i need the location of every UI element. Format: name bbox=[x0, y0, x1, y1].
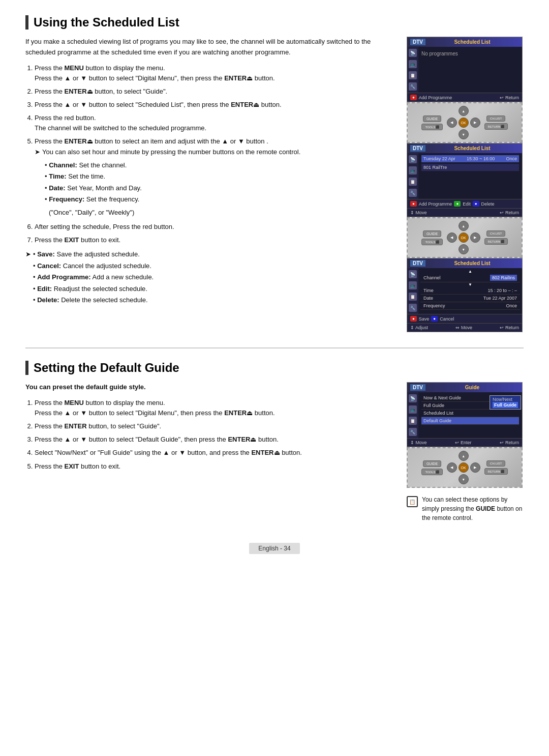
delete-label-2: Delete bbox=[481, 201, 495, 207]
remote-group-center-2: ▲ ◀ OK ▶ ▼ bbox=[447, 221, 480, 254]
step-4: Press the red button. The channel will b… bbox=[35, 113, 394, 133]
r-btn-left-s2: ◀ bbox=[447, 462, 457, 473]
section2-text-col: You can preset the default guide style. … bbox=[25, 382, 394, 522]
return-label-2: ↩ Return bbox=[500, 210, 519, 215]
dtv-label-3: DTV bbox=[410, 260, 425, 267]
prog-date: Tuesday 22 Apr bbox=[423, 156, 455, 161]
return-label-3: ↩ Return bbox=[500, 325, 519, 330]
dtv-footer-3b: ⇕ Adjust ⇔ Move ↩ Return bbox=[407, 323, 522, 332]
addprog-item: Add Programme: Add a new schedule. bbox=[33, 272, 154, 282]
r-btn-down: ▼ bbox=[459, 129, 469, 139]
s2-step-1: Press the MENU button to display the men… bbox=[35, 398, 394, 418]
save-item: Save: Save the adjusted schedule. bbox=[33, 249, 154, 259]
r-btn-enter-s2: OK bbox=[459, 462, 469, 473]
r-btn-tools-s2: TOOLS⬛ bbox=[421, 469, 442, 475]
dtv-sidebar-3: 📡 📺 📋 🔧 bbox=[407, 268, 418, 314]
r-btn-lr-row-s2: ◀ OK ▶ bbox=[447, 462, 480, 473]
guide-popup: Now/Next Full Guide bbox=[490, 395, 521, 410]
s2-step-5: Press the EXIT button to exit. bbox=[35, 461, 394, 472]
dtv-header-guide: DTV Guide bbox=[407, 383, 522, 392]
dtv-footer-2b: ⇕ Move ↩ Return bbox=[407, 208, 522, 217]
save-label-3: Save bbox=[419, 316, 430, 322]
dtv-header-3: DTV Scheduled List bbox=[407, 258, 522, 268]
page-footer-inner: English - 34 bbox=[249, 543, 299, 554]
down-arrow-3: ▼ bbox=[420, 282, 520, 287]
dtv-content-1: No programmes bbox=[418, 47, 522, 93]
remote-group-center: ▲ ◀ OK ▶ ▼ bbox=[447, 106, 480, 139]
dtv-icon-2b: 📺 bbox=[409, 166, 417, 175]
dtv-sidebar-guide: 📡 📺 📋 🔧 bbox=[407, 392, 418, 438]
move-label-2: ⇕ Move bbox=[410, 210, 427, 215]
dtv-icon-gd: 🔧 bbox=[409, 428, 417, 436]
bullet-date: Date: Set Year, Month and Day. bbox=[45, 183, 394, 193]
dtv-content-3: ▲ Channel 802 RailIns ▼ Time 15 : 20 to … bbox=[418, 268, 522, 314]
green-btn-2: ● bbox=[454, 201, 461, 207]
cancel-blue-btn-3: ● bbox=[431, 316, 438, 322]
blue-btn-2: ● bbox=[473, 201, 479, 207]
r-btn-guide-2: GUIDE bbox=[423, 230, 441, 237]
r-btn-chlist-2: CH.LIST bbox=[486, 230, 505, 237]
prog-time: 15:30 ~ 16:00 bbox=[467, 156, 495, 161]
r-btn-tools-2: TOOLS⬛ bbox=[421, 239, 442, 245]
step-7: Press the EXIT button to exit. bbox=[35, 235, 394, 245]
channel-row: 801 RailTre bbox=[421, 164, 519, 171]
dtv-icon-3c: 📋 bbox=[409, 293, 417, 301]
dtv-content-2: Tuesday 22 Apr 15:30 ~ 16:00 Once 801 Ra… bbox=[418, 153, 522, 199]
footer-add-prog-2: ● Add Programme ● Edit ● Delete bbox=[410, 201, 495, 207]
section2-title: Setting the Default Guide bbox=[25, 361, 524, 375]
s2-step-2: Press the ENTER button, to select "Guide… bbox=[35, 421, 394, 431]
remote-group-right-s2: CH.LIST RETURN⬛ bbox=[484, 460, 508, 475]
r-btn-up-s2: ▲ bbox=[459, 451, 469, 461]
step-5: Press the ENTER⏏ button to select an ite… bbox=[35, 136, 394, 217]
section1-steps-list-2: After setting the schedule, Press the re… bbox=[35, 222, 394, 245]
adjust-label-3: ⇕ Adjust bbox=[410, 325, 428, 330]
section1-intro: If you make a scheduled viewing list of … bbox=[25, 37, 394, 58]
remote-mockup-s2: GUIDE TOOLS⬛ ▲ ◀ OK ▶ ▼ CH.LIST RETURN⬛ bbox=[407, 447, 523, 488]
r-btn-enter-2: OK bbox=[459, 232, 469, 243]
r-btn-left: ◀ bbox=[447, 118, 457, 128]
arrow-note: You can also set hour and minute by pres… bbox=[35, 147, 394, 157]
save-note-arrow: Save: Save the adjusted schedule. Cancel… bbox=[25, 249, 394, 307]
dtv-icon-3d: 🔧 bbox=[409, 304, 417, 312]
r-btn-right-s2: ▶ bbox=[470, 462, 480, 473]
r-btn-guide: GUIDE bbox=[423, 115, 441, 122]
section1-text-col: If you make a scheduled viewing list of … bbox=[25, 37, 394, 332]
move-label-guide: ⇕ Move bbox=[410, 440, 427, 445]
r-btn-left-2: ◀ bbox=[447, 232, 457, 243]
section2-steps-list: Press the MENU button to display the men… bbox=[35, 398, 394, 472]
section1-steps-list: Press the MENU button to display the men… bbox=[35, 63, 394, 218]
dtv-icon-3a: 📡 bbox=[409, 270, 417, 278]
edit-label-2: Edit bbox=[463, 201, 471, 207]
return-label-guide: ↩ Return bbox=[500, 440, 519, 445]
dtv-icon-1c: 📋 bbox=[409, 71, 417, 79]
guide-row-3: Default Guide bbox=[421, 417, 519, 425]
r-btn-down-s2: ▼ bbox=[459, 474, 469, 484]
r-btn-lr-row: ◀ OK ▶ bbox=[447, 118, 480, 128]
remote-group-left-s2: GUIDE TOOLS⬛ bbox=[421, 460, 442, 475]
r-btn-guide-s2: GUIDE bbox=[423, 460, 441, 467]
dtv-screen-1: DTV Scheduled List 📡 📺 📋 🔧 No programmes… bbox=[407, 37, 523, 102]
r-btn-up-2: ▲ bbox=[459, 221, 469, 231]
bullet-channel: Channel: Set the channel. bbox=[45, 160, 394, 170]
section-divider bbox=[25, 347, 524, 348]
dtv-body-guide: 📡 📺 📋 🔧 Now & Next Guide Full Guide Sche… bbox=[407, 392, 522, 438]
dtv-guide-screen: DTV Guide 📡 📺 📋 🔧 Now & Next Guide Full … bbox=[407, 382, 523, 447]
channel-name: 801 RailTre bbox=[423, 165, 447, 170]
section2-preset-note: You can preset the default guide style. bbox=[25, 382, 394, 393]
dtv-sidebar-2: 📡 📺 📋 🔧 bbox=[407, 153, 418, 199]
r-btn-chlist: CH.LIST bbox=[486, 115, 505, 122]
remote-group-right-2: CH.LIST RETURN⬛ bbox=[484, 230, 508, 245]
bullet-time: Time: Set the time. bbox=[45, 171, 394, 182]
dtv-content-guide: Now & Next Guide Full Guide Scheduled Li… bbox=[418, 392, 522, 438]
dtv-footer-3a: ● Save ● Cancel bbox=[407, 314, 522, 323]
popup-nownext: Now/Next bbox=[493, 397, 518, 402]
freq-val-3: Once bbox=[506, 303, 517, 308]
dtv-footer-guide: ⇕ Move ↩ Enter ↩ Return bbox=[407, 438, 522, 447]
channel-val-3: 802 RailIns bbox=[490, 275, 517, 281]
section1-screenshots: DTV Scheduled List 📡 📺 📋 🔧 No programmes… bbox=[407, 37, 524, 332]
remote-inner-s2: GUIDE TOOLS⬛ ▲ ◀ OK ▶ ▼ CH.LIST RETURN⬛ bbox=[408, 448, 522, 487]
r-btn-return-2: RETURN⬛ bbox=[484, 238, 508, 245]
footer-save-3: ● Save ● Cancel bbox=[410, 316, 454, 322]
dtv-sidebar-1: 📡 📺 📋 🔧 bbox=[407, 47, 418, 93]
date-val-3: Tue 22 Apr 2007 bbox=[483, 296, 517, 301]
